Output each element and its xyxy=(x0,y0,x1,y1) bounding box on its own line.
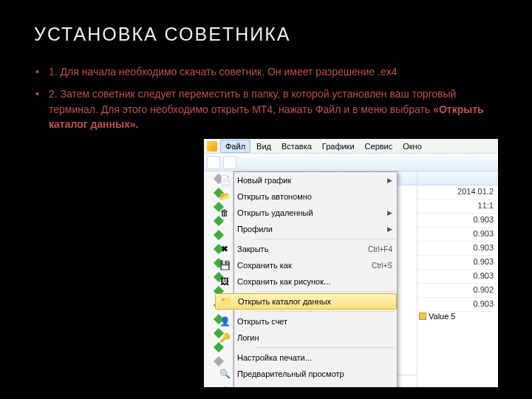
toolbar xyxy=(204,154,498,171)
menu-item-label: Открыть удаленный xyxy=(237,208,387,217)
menu-insert[interactable]: Вставка xyxy=(277,140,316,152)
menu-item-label: Настройка печати... xyxy=(237,353,392,362)
menu-view[interactable]: Вид xyxy=(252,140,276,152)
menu-item-label: Сохранить как xyxy=(237,261,372,270)
bullet-2: 2. Затем советник следует переместить в … xyxy=(34,86,498,132)
data-cell: 0.903 xyxy=(417,214,498,228)
menu-item[interactable]: ✖ЗакрытьCtrl+F4 xyxy=(215,241,397,257)
menu-item[interactable]: 🖼Сохранить как рисунок... xyxy=(215,273,397,290)
data-cell: 0.903 xyxy=(417,242,498,256)
toolbar-button[interactable] xyxy=(223,156,236,169)
hotkey: Ctrl+P xyxy=(372,386,392,388)
right-header xyxy=(417,171,498,185)
menu-item[interactable]: 📂Открыть автономно xyxy=(215,188,397,205)
close-icon: ✖ xyxy=(219,243,231,255)
data-cell: 2014.01.2 xyxy=(417,185,498,200)
menu-item[interactable]: Настройка печати... xyxy=(215,349,397,366)
print-icon: 🖨 xyxy=(219,384,231,387)
hotkey: Ctrl+S xyxy=(372,262,392,270)
pic-icon: 🖼 xyxy=(219,276,231,287)
trash-icon: 🗑 xyxy=(219,207,231,219)
save-icon: 💾 xyxy=(219,259,231,271)
bullet-list: 1. Для начала необходимо скачать советни… xyxy=(34,64,498,132)
blank-icon xyxy=(219,223,231,235)
open-icon: 📂 xyxy=(219,191,231,202)
menu-item-label: Новый график xyxy=(237,176,387,185)
right-panel: 2014.01.211:10.9030.9030.9030.9030.9030.… xyxy=(417,171,498,387)
preview-icon: 🔍 xyxy=(219,368,231,380)
file-dropdown: 📄Новый график▶📂Открыть автономно🗑Открыть… xyxy=(233,171,398,387)
menu-item-label: Предварительный просмотр xyxy=(237,369,392,378)
new-icon: 📄 xyxy=(219,174,231,186)
menu-item[interactable]: 💾Сохранить какCtrl+S xyxy=(215,257,397,273)
menu-item[interactable]: 👤Открыть счет xyxy=(215,313,397,330)
menu-window[interactable]: Окно xyxy=(398,140,426,152)
menu-item[interactable]: 📄Новый график▶ xyxy=(215,172,397,188)
user-icon: 👤 xyxy=(219,316,231,327)
menu-item-label: Логин xyxy=(237,333,392,342)
data-cell: 0.903 xyxy=(417,256,498,270)
bullet-1: 1. Для начала необходимо скачать советни… xyxy=(34,64,498,79)
menu-item[interactable]: 🔑Логин xyxy=(215,330,397,346)
data-cell: 0.902 xyxy=(417,284,498,298)
menu-service[interactable]: Сервис xyxy=(361,140,398,152)
folder-icon: 📁 xyxy=(219,296,231,307)
submenu-arrow-icon: ▶ xyxy=(387,209,392,216)
app-icon xyxy=(207,141,217,151)
submenu-arrow-icon: ▶ xyxy=(387,177,392,184)
toolbar-button[interactable] xyxy=(207,156,220,169)
value5-label: Value 5 xyxy=(429,312,456,321)
data-cell: 0.903 xyxy=(417,270,498,284)
mid-panel: дер 📄Новый график▶📂Открыть автономно🗑Отк… xyxy=(233,171,417,387)
mt4-screenshot: Файл Вид Вставка Графики Сервис Окно дер… xyxy=(204,139,498,387)
hotkey: Ctrl+F4 xyxy=(368,245,392,253)
menu-item-label: Сохранить как рисунок... xyxy=(237,277,392,286)
menu-item-label: Открыть счет xyxy=(237,317,392,326)
menu-item[interactable]: 🗑Открыть удаленный▶ xyxy=(215,205,397,221)
menu-item[interactable]: 📁Открыть каталог данных xyxy=(215,293,397,310)
menu-item[interactable]: 🖨Печать...Ctrl+P xyxy=(215,382,397,387)
menu-file[interactable]: Файл xyxy=(220,140,250,153)
bullet-2-text: 2. Затем советник следует переместить в … xyxy=(49,88,456,115)
menu-charts[interactable]: Графики xyxy=(318,140,359,152)
menu-item-label: Открыть каталог данных xyxy=(238,297,392,306)
data-cell: 0.903 xyxy=(417,228,498,242)
menu-item[interactable]: Профили▶ xyxy=(215,221,397,237)
login-icon: 🔑 xyxy=(219,332,231,344)
value5-icon xyxy=(419,313,426,320)
blank-icon xyxy=(219,352,231,364)
menu-item-label: Открыть автономно xyxy=(237,192,392,201)
data-cell: 11:1 xyxy=(417,200,498,214)
slide-title: УСТАНОВКА СОВЕТНИКА xyxy=(34,24,498,45)
menu-item[interactable]: 🔍Предварительный просмотр xyxy=(215,366,397,382)
value5-row: Value 5 xyxy=(417,312,498,321)
menubar: Файл Вид Вставка Графики Сервис Окно xyxy=(204,139,498,154)
data-cell: 0.903 xyxy=(417,298,498,312)
menu-item-label: Печать... xyxy=(237,386,372,387)
menu-item-label: Закрыть xyxy=(237,245,368,253)
submenu-arrow-icon: ▶ xyxy=(387,225,392,233)
menu-item-label: Профили xyxy=(237,225,387,233)
